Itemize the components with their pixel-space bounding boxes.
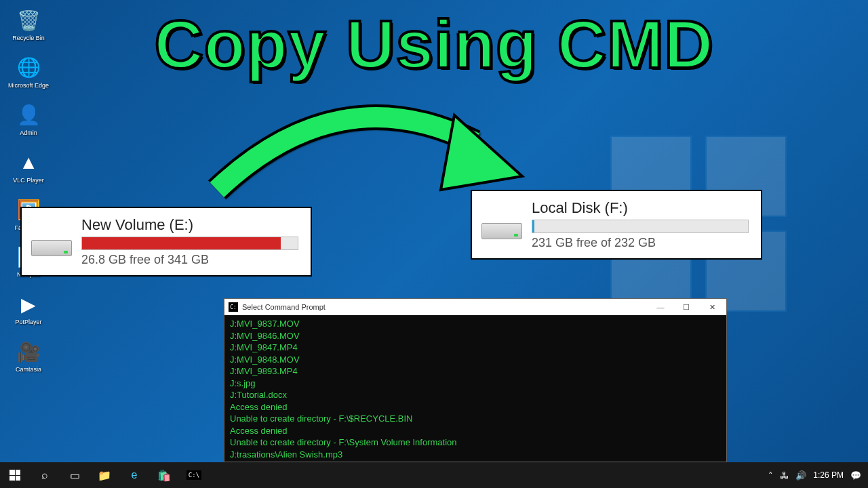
drive-e-free-text: 26.8 GB free of 341 GB	[81, 253, 298, 267]
cmd-output-line: Access denied	[230, 401, 721, 413]
desktop-icon-label: Microsoft Edge	[8, 83, 49, 89]
cmd-output-line: J:trasations\Bassy Swoosh.wav	[230, 461, 721, 462]
desktop-icon-glyph: ▲	[15, 149, 42, 176]
drive-f-name: Local Disk (F:)	[532, 199, 749, 217]
system-tray[interactable]: ˄ 🖧 🔊 1:26 PM 💬	[766, 470, 868, 481]
desktop-icon-label: VLC Player	[13, 178, 44, 184]
drive-e-usage-bar	[81, 237, 298, 250]
hard-drive-icon	[31, 228, 72, 256]
desktop-icon-label: PotPlayer	[15, 319, 41, 326]
cmd-output[interactable]: J:MVI_9837.MOVJ:MVI_9846.MOVJ:MVI_9847.M…	[224, 315, 726, 462]
cmd-output-line: J:MVI_9847.MP4	[230, 342, 721, 354]
search-button[interactable]: ⌕	[30, 462, 60, 488]
desktop-icon[interactable]: 🌐 Microsoft Edge	[7, 54, 50, 89]
desktop-icon[interactable]: 🗑️ Recycle Bin	[7, 7, 50, 42]
cmd-output-line: J:trasations\Alien Swish.mp3	[230, 449, 721, 461]
desktop-icon[interactable]: 👤 Admin	[7, 102, 50, 137]
task-view-button[interactable]: ▭	[60, 462, 90, 488]
taskbar-clock[interactable]: 1:26 PM	[813, 470, 844, 480]
cmd-output-line: Unable to create directory - F:\$RECYCLE…	[230, 413, 721, 425]
desktop-icon-glyph: 👤	[15, 102, 42, 129]
cmd-icon: C:	[229, 302, 238, 312]
maximize-button[interactable]: ☐	[673, 300, 699, 314]
command-prompt-window[interactable]: C: Select Command Prompt — ☐ ✕ J:MVI_983…	[224, 298, 727, 462]
cmd-output-line: J:s.jpg	[230, 378, 721, 390]
cmd-output-line: J:MVI_9837.MOV	[230, 318, 721, 330]
cmd-output-line: J:MVI_9893.MP4	[230, 365, 721, 378]
desktop-icon-glyph: ▶	[15, 291, 42, 318]
cmd-output-line: J:Tutorial.docx	[230, 389, 721, 401]
volume-icon[interactable]: 🔊	[795, 470, 806, 481]
desktop-icon-label: Admin	[20, 130, 37, 137]
cmd-output-line: J:MVI_9848.MOV	[230, 354, 721, 366]
folder-icon: 📁	[98, 469, 111, 482]
desktop-icon-glyph: 🎥	[15, 338, 42, 365]
search-icon: ⌕	[41, 469, 48, 481]
cmd-output-line: J:MVI_9846.MOV	[230, 330, 721, 342]
task-view-icon: ▭	[70, 469, 80, 482]
cmd-output-line: Access denied	[230, 425, 721, 437]
windows-icon	[9, 470, 20, 481]
taskbar[interactable]: ⌕ ▭ 📁 e 🛍️ C:\ ˄ 🖧 🔊 1:26 PM 💬	[0, 462, 868, 488]
tray-chevron-icon[interactable]: ˄	[768, 470, 773, 481]
desktop-icon-glyph: 🗑️	[15, 7, 42, 34]
taskbar-app-store[interactable]: 🛍️	[149, 462, 179, 488]
desktop-icon-glyph: 🌐	[15, 54, 42, 81]
desktop-icon[interactable]: ▶ PotPlayer	[7, 291, 50, 326]
cmd-output-line: Unable to create directory - F:\System V…	[230, 436, 721, 449]
drive-card-e: New Volume (E:) 26.8 GB free of 341 GB	[20, 207, 312, 277]
close-button[interactable]: ✕	[699, 300, 725, 314]
svg-marker-0	[441, 115, 522, 190]
desktop-icon-label: Recycle Bin	[12, 35, 45, 42]
notifications-icon[interactable]: 💬	[850, 470, 861, 481]
start-button[interactable]	[0, 462, 30, 488]
network-icon[interactable]: 🖧	[780, 470, 789, 481]
edge-icon: e	[132, 469, 138, 481]
drive-e-name: New Volume (E:)	[81, 216, 298, 234]
desktop-icons-column: 🗑️ Recycle Bin🌐 Microsoft Edge👤 Admin▲ V…	[7, 7, 50, 373]
taskbar-app-explorer[interactable]: 📁	[90, 462, 119, 488]
desktop-icon-label: Camtasia	[16, 367, 41, 373]
drive-f-usage-bar	[532, 220, 749, 233]
desktop-icon[interactable]: ▲ VLC Player	[7, 149, 50, 184]
taskbar-app-edge[interactable]: e	[119, 462, 149, 488]
drive-f-free-text: 231 GB free of 232 GB	[532, 236, 749, 250]
taskbar-app-cmd[interactable]: C:\	[179, 462, 209, 488]
cmd-titlebar[interactable]: C: Select Command Prompt — ☐ ✕	[224, 299, 726, 315]
cmd-title: Select Command Prompt	[242, 303, 648, 311]
headline-text: Copy Using CMD	[154, 5, 713, 83]
desktop-icon[interactable]: 🎥 Camtasia	[7, 338, 50, 373]
cmd-taskbar-icon: C:\	[186, 470, 201, 480]
drive-card-f: Local Disk (F:) 231 GB free of 232 GB	[471, 190, 762, 260]
hard-drive-icon	[481, 211, 522, 239]
minimize-button[interactable]: —	[648, 300, 673, 314]
store-icon: 🛍️	[157, 469, 171, 482]
